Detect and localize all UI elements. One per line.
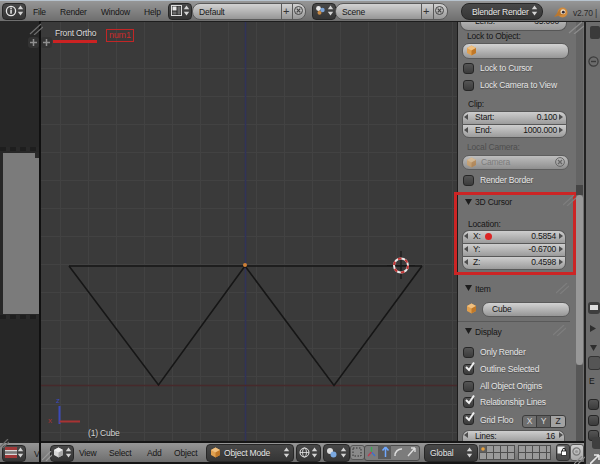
svg-text:z: z	[56, 396, 60, 405]
svg-text:x: x	[48, 416, 52, 425]
